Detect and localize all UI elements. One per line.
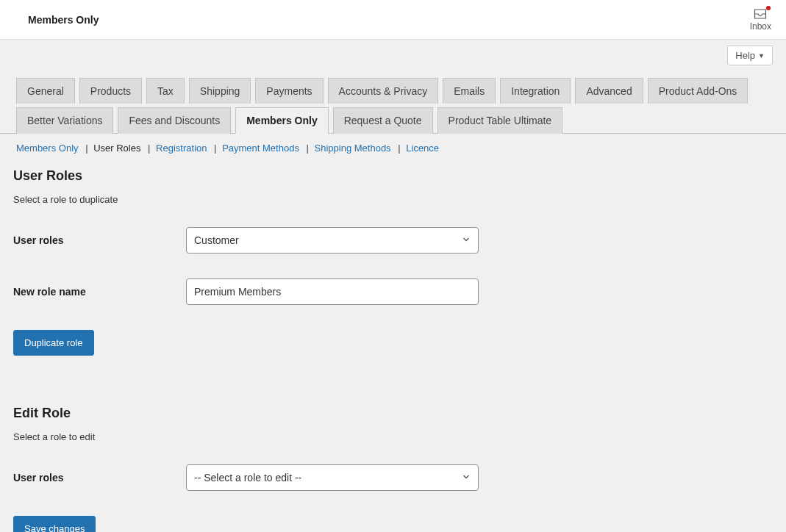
tab-request-quote[interactable]: Request a Quote [333,107,433,134]
page-title: Members Only [28,14,99,26]
new-role-name-row: New role name [13,278,773,305]
separator: | [307,143,309,154]
help-label: Help [735,50,755,61]
inbox-label: Inbox [750,21,771,32]
subnav-payment-methods[interactable]: Payment Methods [222,143,299,154]
tab-general[interactable]: General [16,78,75,104]
separator: | [85,143,87,154]
tab-shipping[interactable]: Shipping [189,78,251,104]
user-roles-label: User roles [13,234,186,246]
duplicate-role-button[interactable]: Duplicate role [13,330,94,356]
tab-tax[interactable]: Tax [146,78,185,104]
select-value: Customer [186,227,479,254]
user-roles-section: User Roles Select a role to duplicate Us… [0,168,786,356]
separator: | [398,143,400,154]
tab-emails[interactable]: Emails [443,78,496,104]
save-changes-button[interactable]: Save changes [13,516,96,532]
section-description: Select a role to duplicate [13,194,773,205]
subnav-licence[interactable]: Licence [406,143,439,154]
settings-tabs: General Products Tax Shipping Payments A… [0,47,786,134]
tab-accounts-privacy[interactable]: Accounts & Privacy [328,78,439,104]
inbox-button[interactable]: Inbox [750,8,771,32]
caret-down-icon: ▼ [758,52,765,60]
tab-members-only[interactable]: Members Only [235,107,328,134]
tab-integration[interactable]: Integration [500,78,571,104]
subnav-shipping-methods[interactable]: Shipping Methods [315,143,391,154]
notification-dot-icon [766,6,771,10]
tab-payments[interactable]: Payments [255,78,323,104]
subnav-members-only[interactable]: Members Only [16,143,79,154]
inbox-icon [754,8,767,20]
separator: | [214,143,216,154]
user-roles-row: User roles Customer [13,227,773,254]
edit-user-roles-label: User roles [13,472,186,484]
edit-user-roles-select[interactable]: -- Select a role to edit -- [186,464,479,491]
new-role-name-label: New role name [13,286,186,298]
section-description: Select a role to edit [13,431,773,442]
tab-product-table-ultimate[interactable]: Product Table Ultimate [437,107,563,134]
tab-products[interactable]: Products [79,78,142,104]
new-role-name-input[interactable] [186,278,479,305]
tab-fees-discounts[interactable]: Fees and Discounts [118,107,231,134]
select-value: -- Select a role to edit -- [186,464,479,491]
subnav-user-roles[interactable]: User Roles [93,143,140,154]
top-bar: Members Only Inbox [0,0,786,40]
tab-better-variations[interactable]: Better Variations [16,107,113,134]
help-toggle[interactable]: Help ▼ [727,46,773,65]
tab-advanced[interactable]: Advanced [575,78,643,104]
section-heading: Edit Role [13,406,773,421]
content-area: Help ▼ General Products Tax Shipping Pay… [0,40,786,532]
edit-user-roles-row: User roles -- Select a role to edit -- [13,464,773,491]
user-roles-select[interactable]: Customer [186,227,479,254]
subnav-registration[interactable]: Registration [156,143,207,154]
sub-navigation: Members Only | User Roles | Registration… [0,134,786,164]
separator: | [148,143,150,154]
section-heading: User Roles [13,168,773,184]
edit-role-section: Edit Role Select a role to edit User rol… [0,406,786,532]
tab-product-addons[interactable]: Product Add-Ons [648,78,749,104]
